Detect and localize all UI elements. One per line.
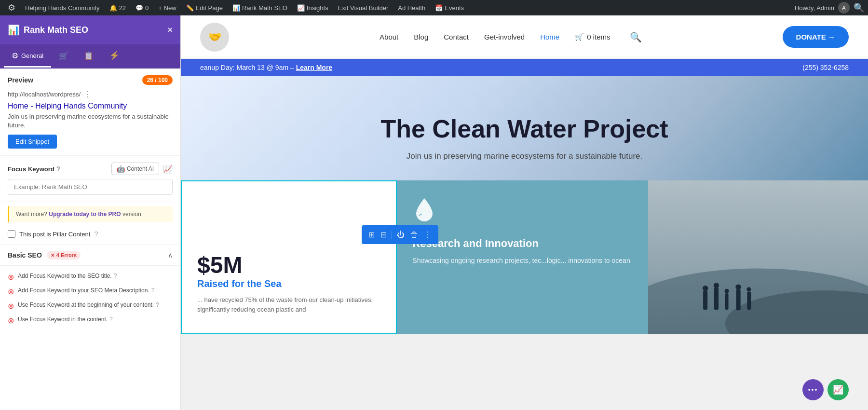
edit-page-item[interactable]: ✏️ Edit Page <box>182 0 227 15</box>
teal-card: Research and Innovation Showcasing ongoi… <box>397 180 648 334</box>
updates-item[interactable]: 🔔 22 <box>106 0 130 15</box>
hero-subtitle: Join us in preserving marine ecosystems … <box>407 151 642 161</box>
seo-error-text-1: Add Focus Keyword to the SEO title. ? <box>18 272 117 280</box>
svg-rect-3 <box>703 290 707 310</box>
seo-error-text-3: Use Focus Keyword at the beginning of yo… <box>18 301 159 309</box>
dots-icon: ••• <box>808 386 818 394</box>
upgrade-link[interactable]: Upgrade today to the PRO <box>49 211 121 218</box>
focus-keyword-input[interactable] <box>8 179 173 195</box>
toolbar-power-icon[interactable]: ⏻ <box>395 229 407 241</box>
announcement-text-content: eanup Day: March 13 @ 9am – <box>200 64 294 71</box>
stat-description: ... have recycled 75% of the waste from … <box>197 295 380 314</box>
upgrade-text-before: Want more? <box>16 211 47 218</box>
ad-health-item[interactable]: Ad Health <box>394 0 429 15</box>
toolbar-more-icon[interactable]: ⋮ <box>422 228 434 241</box>
rank-math-logo-icon: 📊 <box>8 24 20 36</box>
general-tab-icon: ⚙ <box>12 51 18 60</box>
nav-search-icon[interactable]: 🔍 <box>630 31 642 43</box>
advanced-tab-icon: ⚡ <box>109 50 120 61</box>
preview-url-row: http://localhost/wordpress/ ⋮ <box>8 90 173 99</box>
error-help-2[interactable]: ? <box>151 287 155 295</box>
website-content: + 🤝 About Blog Contact Get-involved Home… <box>181 15 868 410</box>
wordpress-icon-item[interactable]: ⚙ <box>4 0 19 15</box>
preview-label: Preview <box>8 76 33 84</box>
hero-title: The Clean Water Project <box>380 115 668 144</box>
comments-icon: 💬 <box>136 4 143 12</box>
panel-title: Rank Math SEO <box>24 25 88 35</box>
insights-item[interactable]: 📈 Insights <box>293 0 332 15</box>
nav-contact[interactable]: Contact <box>444 33 469 41</box>
preview-url-options[interactable]: ⋮ <box>83 90 91 99</box>
announcement-bar: eanup Day: March 13 @ 9am – Learn More (… <box>181 59 868 76</box>
toolbar-layout-icon[interactable]: ⊞ <box>366 228 377 241</box>
preview-title[interactable]: Home - Helping Hands Community <box>8 102 173 110</box>
error-text-2: Add Focus Keyword to your SEO Meta Descr… <box>18 287 149 295</box>
focus-keyword-section: Focus Keyword ? 🤖 Content AI 📈 <box>0 156 180 202</box>
floating-dots-button[interactable]: ••• <box>802 379 824 400</box>
donate-button[interactable]: DONATE → <box>783 26 849 48</box>
error-help-3[interactable]: ? <box>156 301 159 309</box>
admin-avatar[interactable]: A <box>838 2 850 14</box>
panel-title-row: 📊 Rank Math SEO <box>8 24 88 36</box>
focus-keyword-help-icon[interactable]: ? <box>56 165 61 173</box>
error-icon-4: ⊗ <box>8 316 14 325</box>
panel-header: 📊 Rank Math SEO × <box>0 15 180 44</box>
seo-error-item-3: ⊗ Use Focus Keyword at the beginning of … <box>8 299 173 313</box>
content-ai-label: Content AI <box>127 165 154 172</box>
search-icon[interactable]: 🔍 <box>854 2 864 13</box>
panel-close-button[interactable]: × <box>167 25 173 35</box>
edit-icon: ✏️ <box>186 4 194 12</box>
basic-seo-section: Basic SEO ✕ 4 Errors ∧ ⊗ Add Focus Keywo… <box>0 245 180 331</box>
pillar-content-checkbox[interactable] <box>8 230 15 238</box>
preview-description: Join us in preserving marine ecosystems … <box>8 112 173 130</box>
events-item[interactable]: 📅 Events <box>431 0 468 15</box>
focus-keyword-label: Focus Keyword <box>8 165 54 173</box>
toolbar-delete-icon[interactable]: 🗑 <box>408 229 420 241</box>
panel-body: Preview 26 / 100 http://localhost/wordpr… <box>0 68 180 410</box>
nav-get-involved[interactable]: Get-involved <box>484 33 525 41</box>
cards-section: $5M Raised for the Sea ... have recycled… <box>181 180 868 334</box>
focus-keyword-header: Focus Keyword ? 🤖 Content AI 📈 <box>8 163 173 175</box>
nav-home[interactable]: Home <box>540 33 559 41</box>
general-tab-label: General <box>21 52 43 59</box>
content-ai-button[interactable]: 🤖 Content AI <box>111 163 159 175</box>
panel-tabs: ⚙ General 🛒 📋 ⚡ <box>0 44 180 68</box>
insights-label: Insights <box>307 4 328 12</box>
toolbar-columns-icon[interactable]: ⊟ <box>379 228 389 241</box>
preview-section: Preview 26 / 100 http://localhost/wordpr… <box>0 68 180 156</box>
site-nav: 🤝 About Blog Contact Get-involved Home 🛒… <box>181 15 868 59</box>
new-item[interactable]: + New <box>154 0 180 15</box>
nav-about[interactable]: About <box>380 33 398 41</box>
schema-tab-icon: 📋 <box>84 51 94 60</box>
edit-snippet-button[interactable]: Edit Snippet <box>8 135 57 149</box>
pillar-content-help-icon[interactable]: ? <box>94 230 98 238</box>
updates-count: 22 <box>119 4 126 12</box>
error-help-1[interactable]: ? <box>114 272 117 280</box>
floating-chart-button[interactable]: 📈 <box>827 379 849 400</box>
wordpress-icon: ⚙ <box>8 2 15 13</box>
rank-math-item[interactable]: 📊 Rank Math SEO <box>229 0 291 15</box>
tab-advanced[interactable]: ⚡ <box>101 44 127 68</box>
stat-number: $5M <box>197 252 380 278</box>
tab-general[interactable]: ⚙ General <box>4 45 51 68</box>
tab-social[interactable]: 🛒 <box>51 45 76 68</box>
collapse-icon[interactable]: ∧ <box>168 251 173 259</box>
pillar-content-label: This post is Pillar Content <box>19 231 90 238</box>
focus-keyword-label-row: Focus Keyword ? <box>8 165 60 173</box>
cart-items-count: 0 items <box>587 33 610 41</box>
events-icon: 📅 <box>435 4 443 12</box>
score-badge: 26 / 100 <box>142 75 173 85</box>
site-name-item[interactable]: Helping Hands Community <box>21 0 104 15</box>
basic-seo-header[interactable]: Basic SEO ✕ 4 Errors ∧ <box>0 245 180 266</box>
trend-icon[interactable]: 📈 <box>163 164 173 174</box>
preview-url: http://localhost/wordpress/ <box>8 91 81 98</box>
nav-cart[interactable]: 🛒 0 items <box>575 33 610 41</box>
error-help-4[interactable]: ? <box>109 315 113 324</box>
nav-blog[interactable]: Blog <box>414 33 428 41</box>
exit-builder-item[interactable]: Exit Visual Builder <box>334 0 393 15</box>
comments-item[interactable]: 💬 0 <box>132 0 152 15</box>
announcement-link[interactable]: Learn More <box>296 64 332 71</box>
edit-page-label: Edit Page <box>196 4 223 12</box>
tab-schema[interactable]: 📋 <box>76 45 101 68</box>
exit-builder-label: Exit Visual Builder <box>338 4 389 12</box>
